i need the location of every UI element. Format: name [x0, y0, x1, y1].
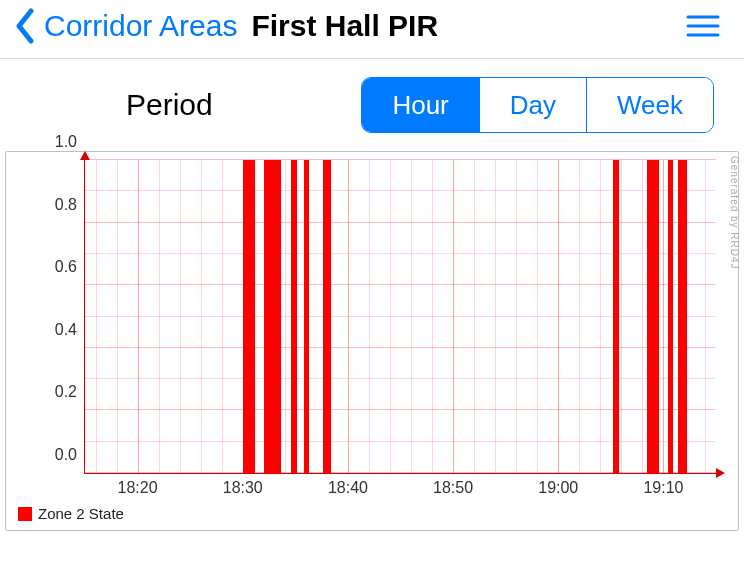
x-axis-arrow-icon — [716, 468, 725, 478]
menu-button[interactable] — [680, 8, 726, 44]
x-tick-label: 18:50 — [433, 473, 473, 497]
legend-swatch — [18, 507, 32, 521]
y-tick-label: 0.0 — [55, 446, 85, 464]
y-tick-label: 0.8 — [55, 196, 85, 214]
period-segmented-control: Hour Day Week — [361, 77, 714, 133]
x-tick-label: 18:30 — [223, 473, 263, 497]
legend-label: Zone 2 State — [38, 505, 124, 522]
chart-bar — [243, 160, 256, 473]
y-tick-label: 0.2 — [55, 383, 85, 401]
chart-container: 0.00.20.40.60.81.018:2018:3018:4018:5019… — [5, 151, 739, 531]
header-bar: Corridor Areas First Hall PIR — [0, 0, 744, 59]
chart-bar — [668, 160, 673, 473]
chart-legend: Zone 2 State — [18, 505, 124, 522]
x-tick-label: 19:00 — [538, 473, 578, 497]
page-title: First Hall PIR — [251, 9, 438, 43]
x-tick-label: 18:20 — [118, 473, 158, 497]
chart-bar — [647, 160, 660, 473]
segment-week[interactable]: Week — [586, 78, 713, 132]
segment-hour[interactable]: Hour — [362, 78, 478, 132]
chart-bar — [323, 160, 331, 473]
y-tick-label: 0.4 — [55, 321, 85, 339]
x-tick-label: 18:40 — [328, 473, 368, 497]
chart-bar — [291, 160, 297, 473]
back-label: Corridor Areas — [44, 9, 237, 43]
chart-plot-area: 0.00.20.40.60.81.018:2018:3018:4018:5019… — [84, 160, 716, 474]
y-tick-label: 0.6 — [55, 258, 85, 276]
hamburger-icon — [686, 14, 720, 38]
controls-row: Period Hour Day Week — [0, 59, 744, 151]
x-tick-label: 19:10 — [643, 473, 683, 497]
chart-bar — [264, 160, 281, 473]
chart-watermark: Generated by RRD4J — [729, 156, 740, 270]
chart-bar — [678, 160, 686, 473]
back-button[interactable]: Corridor Areas First Hall PIR — [14, 8, 438, 44]
chart-bar — [304, 160, 309, 473]
chevron-left-icon — [14, 8, 36, 44]
period-label: Period — [126, 88, 213, 122]
chart-bar — [613, 160, 619, 473]
segment-day[interactable]: Day — [479, 78, 586, 132]
y-tick-label: 1.0 — [55, 133, 85, 151]
